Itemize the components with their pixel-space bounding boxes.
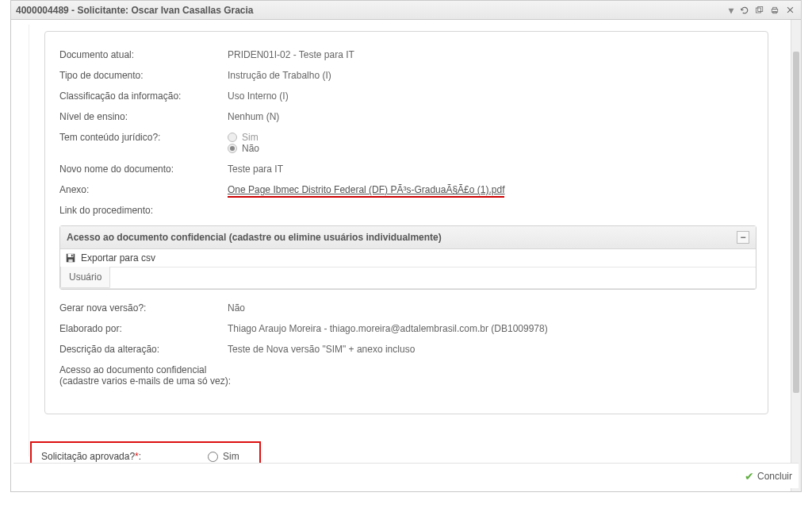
value-elaborado: Thiago Araujo Moreira - thiago.moreira@a… — [228, 323, 548, 334]
value-tipo-documento: Instrução de Trabalho (I) — [228, 70, 331, 81]
value-gerar-versao: Não — [228, 302, 245, 314]
confidential-panel-header: Acesso ao documento confidencial (cadast… — [60, 226, 756, 249]
approval-text: Solicitação aprovada? — [41, 451, 135, 462]
refresh-icon[interactable] — [738, 4, 751, 17]
check-icon: ✔ — [745, 470, 754, 483]
caret-down-icon[interactable]: ▾ — [729, 5, 733, 16]
radio-label-sim: Sim — [242, 132, 259, 143]
radio-icon — [228, 133, 237, 142]
label-novo-nome: Novo nome do documento: — [59, 164, 228, 175]
row-descricao-alteracao: Descrição da alteração: Teste de Nova ve… — [59, 339, 756, 360]
users-table-header: Usuário — [60, 267, 756, 289]
radio-icon-selected — [228, 144, 237, 153]
request-window: 4000004489 - Solicitante: Oscar Ivan Cas… — [10, 0, 802, 492]
approval-label: Solicitação aprovada?*: — [41, 451, 208, 462]
value-documento-atual: PRIDEN01I-02 - Teste para IT — [228, 49, 354, 60]
svg-rect-0 — [756, 8, 761, 13]
row-classificacao: Classificação da informação: Uso Interno… — [59, 86, 756, 106]
row-elaborado-por: Elaborado por: Thiago Araujo Moreira - t… — [59, 318, 756, 339]
value-descricao: Teste de Nova versão "SIM" + anexo inclu… — [228, 344, 415, 355]
radio-group-juridico: Sim Não — [228, 132, 259, 154]
label-nivel-ensino: Nível de ensino: — [59, 111, 228, 122]
export-label: Exportar para csv — [81, 252, 155, 264]
value-classificacao: Uso Interno (I) — [228, 90, 289, 102]
row-anexo: Anexo: One Page Ibmec Distrito Federal (… — [59, 179, 756, 200]
row-nivel-ensino: Nível de ensino: Nenhum (N) — [59, 106, 756, 127]
scrollbar-thumb[interactable] — [793, 52, 799, 393]
request-form-panel: Documento atual: PRIDEN01I-02 - Teste pa… — [44, 31, 768, 414]
popout-icon[interactable] — [753, 4, 766, 17]
content-area: Documento atual: PRIDEN01I-02 - Teste pa… — [11, 20, 801, 491]
window-controls — [738, 4, 796, 17]
approval-radio-sim[interactable]: Sim — [208, 451, 240, 462]
row-link-procedimento: Link do procedimento: — [59, 200, 756, 221]
save-icon — [65, 252, 76, 264]
col-usuario: Usuário — [60, 267, 110, 288]
concluir-label: Concluir — [757, 471, 792, 482]
row-novo-nome: Novo nome do documento: Teste para IT — [59, 159, 756, 179]
radio-input-sim[interactable] — [208, 452, 218, 462]
close-icon[interactable] — [783, 4, 796, 17]
radio-label-sim: Sim — [223, 451, 239, 462]
window-titlebar: 4000004489 - Solicitante: Oscar Ivan Cas… — [11, 1, 801, 20]
concluir-button[interactable]: ✔ Concluir — [745, 470, 792, 483]
label-descricao: Descrição da alteração: — [59, 344, 228, 355]
row-acesso-multi: Acesso ao documento confidencial (cadast… — [59, 360, 756, 391]
value-nivel-ensino: Nenhum (N) — [228, 111, 279, 122]
svg-rect-1 — [758, 6, 763, 11]
collapse-button[interactable]: − — [737, 231, 749, 244]
approval-colon: : — [139, 451, 141, 462]
panel-edge — [29, 25, 30, 456]
window-title: 4000004489 - Solicitante: Oscar Ivan Cas… — [16, 5, 729, 16]
radio-sim-disabled: Sim — [228, 132, 259, 143]
confidential-access-panel: Acesso ao documento confidencial (cadast… — [59, 225, 756, 290]
label-gerar-versao: Gerar nova versão?: — [59, 302, 228, 314]
radio-nao-disabled: Não — [228, 143, 259, 154]
label-acesso-multi: Acesso ao documento confidencial (cadast… — [59, 364, 234, 387]
row-tipo-documento: Tipo de documento: Instrução de Trabalho… — [59, 65, 756, 86]
svg-rect-6 — [68, 260, 72, 263]
label-anexo: Anexo: — [59, 184, 228, 195]
label-elaborado: Elaborado por: — [59, 323, 228, 334]
label-documento-atual: Documento atual: — [59, 49, 228, 60]
value-novo-nome: Teste para IT — [228, 164, 283, 175]
print-icon[interactable] — [768, 4, 781, 17]
label-tipo-documento: Tipo de documento: — [59, 70, 228, 81]
label-conteudo-juridico: Tem conteúdo jurídico?: — [59, 132, 228, 154]
confidential-header-text: Acesso ao documento confidencial (cadast… — [67, 232, 737, 243]
row-conteudo-juridico: Tem conteúdo jurídico?: Sim Não — [59, 127, 756, 159]
vertical-scrollbar[interactable] — [791, 20, 801, 491]
export-csv-button[interactable]: Exportar para csv — [60, 249, 756, 267]
label-link-procedimento: Link do procedimento: — [59, 205, 228, 216]
footer-bar: ✔ Concluir — [13, 463, 799, 488]
svg-rect-3 — [773, 7, 777, 9]
row-gerar-nova-versao: Gerar nova versão?: Não — [59, 298, 756, 318]
row-documento-atual: Documento atual: PRIDEN01I-02 - Teste pa… — [59, 44, 756, 65]
scroll-area: Documento atual: PRIDEN01I-02 - Teste pa… — [11, 20, 791, 491]
radio-label-nao: Não — [242, 143, 259, 154]
attachment-link[interactable]: One Page Ibmec Distrito Federal (DF) PÃ³… — [228, 184, 504, 198]
svg-rect-7 — [71, 255, 73, 257]
label-classificacao: Classificação da informação: — [59, 90, 228, 102]
